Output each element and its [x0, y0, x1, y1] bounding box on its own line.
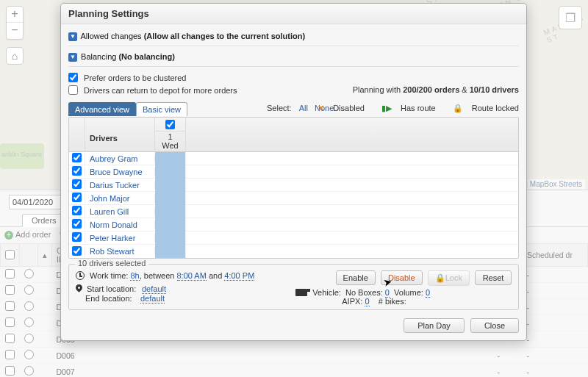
driver-row: Rob Stewart: [69, 245, 518, 258]
prefer-clustered-label: Prefer orders to be clustered: [84, 73, 186, 82]
tab-basic-view[interactable]: Basic view: [136, 102, 187, 116]
driver-row: Lauren Gill: [69, 205, 518, 218]
driver-checkbox[interactable]: [72, 166, 82, 176]
return-depot-checkbox[interactable]: [68, 85, 78, 95]
driver-day-cell[interactable]: [155, 165, 186, 179]
lock-icon: 🔒: [435, 273, 445, 282]
driver-name-link[interactable]: John Major: [90, 194, 129, 203]
start-location-link[interactable]: default: [142, 284, 166, 294]
driver-name-link[interactable]: Lauren Gill: [90, 207, 129, 216]
driver-row: John Major: [69, 192, 518, 205]
driver-day-cell[interactable]: [155, 152, 186, 165]
close-button[interactable]: Close: [470, 318, 519, 333]
prefer-clustered-checkbox[interactable]: [68, 73, 78, 82]
driver-checkbox[interactable]: [72, 206, 82, 215]
disable-button[interactable]: Disable: [381, 270, 423, 285]
driver-name-link[interactable]: Norm Donald: [90, 220, 137, 229]
volume-link[interactable]: 0: [426, 288, 430, 298]
driver-row: Peter Harker: [69, 231, 518, 245]
driver-day-cell[interactable]: [155, 245, 186, 258]
work-time-label: Work time:: [90, 271, 128, 280]
driver-checkbox[interactable]: [72, 219, 82, 229]
modal-title: Planning Settings: [61, 4, 526, 24]
driver-checkbox[interactable]: [72, 193, 82, 202]
reset-button[interactable]: Reset: [475, 270, 512, 285]
driver-day-cell[interactable]: [155, 218, 186, 231]
select-label: Select:: [267, 104, 292, 112]
driver-name-link[interactable]: Peter Harker: [90, 234, 135, 243]
allowed-changes-desc: (Allow all changes to the current soluti…: [144, 32, 305, 40]
col-drivers-header[interactable]: Drivers: [85, 118, 155, 151]
driver-row: Bruce Dwayne: [69, 165, 518, 179]
driver-checkbox[interactable]: [72, 246, 82, 256]
day-name: Wed: [155, 141, 185, 150]
driver-name-link[interactable]: Rob Stewart: [90, 247, 135, 256]
collapse-allowed-changes[interactable]: ▼: [68, 32, 77, 41]
driver-day-cell[interactable]: [155, 231, 186, 245]
day-number: 1: [155, 132, 185, 141]
driver-row: Norm Donald: [69, 218, 518, 231]
driver-name-link[interactable]: Darius Tucker: [90, 181, 140, 190]
end-location-link[interactable]: default: [140, 294, 165, 304]
planning-settings-modal: Planning Settings ▼ Allowed changes (All…: [60, 3, 527, 341]
driver-name-link[interactable]: Bruce Dwayne: [90, 168, 143, 176]
driver-day-cell[interactable]: [155, 205, 186, 218]
enable-button[interactable]: Enable: [336, 270, 376, 285]
driver-checkbox[interactable]: [72, 232, 82, 242]
pin-icon: [74, 283, 84, 292]
start-location-label: Start location:: [87, 284, 142, 294]
lock-icon: 🔒: [453, 104, 463, 112]
work-end-link[interactable]: 4:00 PM: [224, 271, 254, 281]
return-depot-label: Drivers can return to depot for more ord…: [84, 86, 237, 95]
selected-drivers-panel: 10 drivers selected Enable Disable 🔒Lock…: [68, 264, 519, 310]
work-start-link[interactable]: 8:00 AM: [177, 271, 207, 281]
balancing-desc: (No balancing): [118, 52, 174, 61]
legend: ✕Disabled ▮▶Has route 🔒Route locked: [303, 104, 519, 113]
truck-icon: [295, 289, 307, 296]
tab-advanced-view[interactable]: Advanced view: [68, 102, 136, 116]
drivers-grid: Drivers 1 Wed Aubrey GramBruce DwayneDar…: [68, 117, 519, 259]
clock-icon: [76, 271, 85, 280]
vehicle-label: Vehicle:: [312, 288, 341, 297]
driver-row: Aubrey Gram: [69, 152, 518, 165]
balancing-label: Balancing: [81, 52, 116, 61]
lock-button[interactable]: 🔒Lock: [428, 270, 470, 286]
plan-day-button[interactable]: Plan Day: [404, 318, 465, 333]
work-hours-link[interactable]: 8h: [130, 271, 139, 281]
disabled-icon: ✕: [318, 104, 324, 112]
allowed-changes-label: Allowed changes: [80, 32, 141, 40]
planning-with-summary: Planning with 200/200 orders & 10/10 dri…: [353, 85, 519, 94]
driver-day-cell[interactable]: [155, 179, 186, 192]
aipx-link[interactable]: 0: [365, 297, 369, 306]
driver-day-cell[interactable]: [155, 192, 186, 205]
collapse-balancing[interactable]: ▼: [68, 53, 77, 62]
driver-name-link[interactable]: Aubrey Gram: [90, 154, 137, 163]
truck-icon: ▮▶: [381, 104, 392, 112]
driver-checkbox[interactable]: [72, 179, 82, 189]
end-location-label: End location:: [85, 294, 140, 304]
day-select-all-checkbox[interactable]: [165, 120, 175, 129]
driver-row: Darius Tucker: [69, 179, 518, 192]
driver-checkbox[interactable]: [72, 153, 82, 162]
selected-count: 10 drivers selected: [75, 259, 148, 268]
